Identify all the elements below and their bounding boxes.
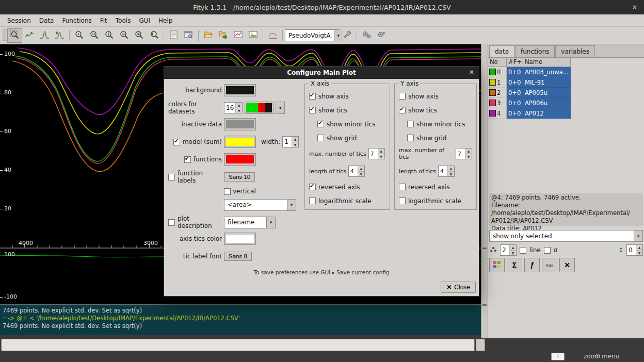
spin-up-icon[interactable]: ▲ (448, 166, 454, 172)
y-max-tics-spinner[interactable]: 7▲▼ (456, 148, 472, 159)
spin-down-icon[interactable]: ▼ (358, 172, 364, 177)
y-tic-length-spinner[interactable]: 4▲▼ (438, 166, 455, 177)
point-size-spinner[interactable]: 2▲▼ (500, 244, 517, 256)
x-show-axis-checkbox[interactable] (309, 93, 316, 100)
filter-dropdown[interactable]: show only selected ▾ (489, 230, 643, 242)
spin-down-icon[interactable]: ▼ (292, 142, 298, 147)
transform-data-button[interactable]: lnax (542, 258, 557, 272)
x-reversed-axis-checkbox[interactable] (309, 184, 316, 190)
model-color-button[interactable] (224, 136, 256, 148)
zoom-horizontal-button[interactable] (87, 28, 102, 43)
x-show-tics-checkbox[interactable] (309, 107, 316, 113)
zoom-all-button[interactable] (72, 28, 87, 43)
dataset-row[interactable]: 4 0+0 AP012 (488, 108, 644, 119)
fit-settings-button[interactable] (374, 28, 389, 43)
menu-item-fit[interactable]: Fit (96, 15, 111, 26)
sum-datasets-button[interactable]: Σ (507, 258, 522, 272)
vertical-scrollbar[interactable] (481, 44, 488, 338)
dataset-row[interactable]: 2 0+0 AP005u (488, 88, 644, 98)
shift-spinner[interactable]: 0▲▼ (626, 244, 643, 256)
print-plot-button[interactable] (231, 28, 246, 43)
menu-item-data[interactable]: Data (35, 15, 58, 26)
export-data-button[interactable] (216, 28, 231, 43)
delete-dataset-button[interactable]: ✕ (559, 258, 575, 272)
save-image-button[interactable] (246, 28, 261, 43)
peak-type-combo[interactable]: PseudoVoigtA ▾ (285, 29, 340, 41)
plot-description-checkbox[interactable] (168, 219, 175, 226)
spin-down-icon[interactable]: ▼ (378, 154, 384, 159)
labels-font-button[interactable]: Sans 10 (224, 172, 255, 182)
label-content-dropdown[interactable]: <area>▾ (224, 199, 296, 211)
zoom-in-button[interactable] (132, 28, 147, 43)
zoom-vertical-button[interactable] (102, 28, 117, 43)
input-mode-badge[interactable]: ⌗ (551, 353, 565, 360)
previous-zoom-button[interactable] (147, 28, 162, 43)
dialog-close-icon[interactable]: ✕ (469, 69, 474, 76)
tab-variables[interactable]: variables (555, 45, 595, 57)
tic-font-button[interactable]: Sans 8 (224, 252, 252, 261)
tab-data[interactable]: data (489, 45, 514, 57)
spin-up-icon[interactable]: ▲ (236, 103, 242, 108)
spin-up-icon[interactable]: ▲ (378, 149, 384, 154)
x-log-scale-checkbox[interactable] (309, 198, 316, 204)
output-log-button[interactable] (166, 28, 181, 43)
dataset-row[interactable]: 3 0+0 AP006u (488, 98, 644, 108)
spin-down-icon[interactable]: ▼ (636, 251, 642, 256)
run-fit-button[interactable] (359, 28, 374, 43)
functions-checkbox[interactable] (184, 156, 191, 163)
spin-up-icon[interactable]: ▲ (358, 166, 364, 172)
y-show-tics-checkbox[interactable] (399, 107, 406, 113)
x-show-grid-checkbox[interactable] (317, 135, 324, 141)
spin-up-icon[interactable]: ▲ (465, 149, 472, 154)
y-show-minor-tics-checkbox[interactable] (407, 121, 414, 127)
tab-functions[interactable]: functions (515, 45, 555, 57)
baseline-button[interactable] (265, 28, 280, 43)
background-color-button[interactable] (224, 84, 256, 96)
gui-config-button[interactable] (181, 28, 196, 43)
auto-add-button[interactable] (340, 28, 355, 43)
spin-down-icon[interactable]: ▼ (465, 154, 472, 159)
splitter-handle[interactable] (482, 304, 487, 306)
axis-tics-color-button[interactable] (224, 233, 256, 245)
sigma-checkbox[interactable] (544, 247, 551, 254)
menu-item-session[interactable]: Session (3, 15, 35, 26)
spin-down-icon[interactable]: ▼ (236, 108, 242, 113)
statusbar-menu-label[interactable]: menu (602, 353, 619, 360)
model-checkbox[interactable] (173, 139, 180, 145)
input-history-button[interactable] (476, 339, 485, 351)
inactive-data-color-button[interactable] (224, 118, 256, 130)
window-close-button[interactable]: ✕ (630, 2, 640, 12)
vertical-checkbox[interactable] (224, 188, 231, 195)
dataset-row[interactable]: 1 0+0 MIL-91 (488, 77, 644, 88)
zoom-mode-button[interactable] (7, 28, 22, 43)
edit-function-button[interactable]: ƒ (524, 258, 540, 272)
close-button[interactable]: ✕ Close (441, 282, 476, 293)
dataset-row[interactable]: 0 0+0 AP003_unwa... (488, 67, 644, 77)
model-width-spinner[interactable]: 1▲▼ (282, 136, 299, 147)
x-tic-length-spinner[interactable]: 4▲▼ (348, 166, 365, 177)
x-max-tics-spinner[interactable]: 7▲▼ (368, 148, 385, 159)
function-labels-checkbox[interactable] (168, 174, 175, 180)
functions-color-button[interactable] (224, 153, 256, 166)
y-show-grid-checkbox[interactable] (407, 135, 414, 141)
toolbar-grip[interactable] (3, 29, 6, 42)
spin-up-icon[interactable]: ▲ (292, 137, 298, 142)
spin-down-icon[interactable]: ▼ (510, 251, 516, 256)
dataset-colors-count-spinner[interactable]: 16▲▼ (224, 102, 243, 113)
copy-dataset-button[interactable] (489, 258, 505, 272)
y-log-scale-checkbox[interactable] (399, 198, 406, 204)
menu-item-functions[interactable]: Functions (58, 15, 95, 26)
add-peak-mode-button[interactable] (37, 28, 52, 43)
zoom-out-button[interactable] (117, 28, 132, 43)
menu-item-gui[interactable]: GUI (135, 15, 154, 26)
line-checkbox[interactable] (520, 247, 526, 254)
x-show-minor-tics-checkbox[interactable] (317, 121, 324, 127)
y-show-axis-checkbox[interactable] (399, 93, 406, 100)
spin-up-icon[interactable]: ▲ (636, 245, 642, 251)
splitter-handle[interactable] (482, 248, 487, 249)
chevron-down-icon[interactable]: ▾ (276, 102, 285, 114)
spin-up-icon[interactable]: ▲ (510, 245, 516, 251)
y-reversed-axis-checkbox[interactable] (399, 184, 406, 190)
open-data-button[interactable] (201, 28, 216, 43)
spin-down-icon[interactable]: ▼ (448, 172, 454, 177)
